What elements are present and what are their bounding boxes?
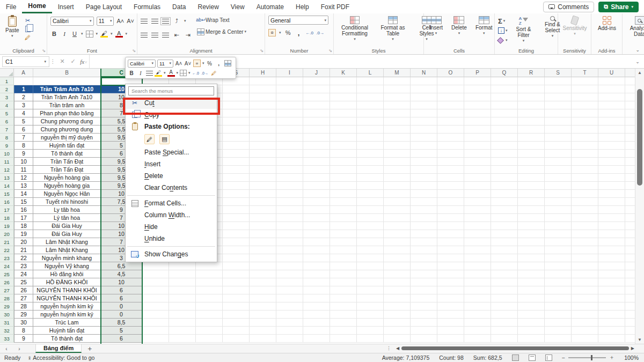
page-layout-view-icon[interactable] — [529, 354, 536, 361]
cell-a25[interactable]: 24 — [14, 270, 33, 278]
merge-center-icon[interactable] — [224, 60, 231, 67]
number-format-select[interactable]: General▾ — [268, 16, 328, 25]
decrease-font-icon[interactable]: A˅ — [184, 60, 192, 67]
menu-search-input[interactable] — [128, 86, 214, 95]
sheet-tab-active[interactable]: Bảng điểm — [35, 344, 82, 353]
format-painter-icon[interactable]: 🖉 — [210, 69, 218, 77]
row-header-6[interactable]: 6 — [0, 117, 14, 125]
column-header-h[interactable]: H — [250, 69, 276, 77]
sheet-prev-icon[interactable]: ‹ — [0, 344, 13, 353]
empty-cells[interactable] — [142, 311, 635, 319]
tab-file[interactable]: File — [0, 0, 22, 13]
cell-a8[interactable]: 7 — [14, 134, 33, 142]
normal-view-icon[interactable] — [512, 354, 519, 361]
row-header-25[interactable]: 25 — [0, 270, 14, 278]
font-dialog-launcher[interactable]: ⇘ — [132, 48, 136, 53]
column-header-t[interactable]: T — [572, 69, 598, 77]
cell-b27[interactable]: NGUYỄN THANH KHÔI — [33, 286, 101, 294]
menu-item-unhide[interactable]: Unhide — [126, 233, 217, 245]
row-header-11[interactable]: 11 — [0, 158, 14, 166]
percent-style-icon[interactable]: % — [206, 60, 214, 67]
cell-a20[interactable]: 19 — [14, 230, 33, 238]
row-header-21[interactable]: 21 — [0, 238, 14, 246]
row-header-13[interactable]: 13 — [0, 174, 14, 182]
menu-item-paste-options[interactable]: Paste Options: — [126, 121, 217, 132]
cut-button[interactable]: ✂ — [24, 17, 32, 24]
share-button[interactable]: ⧉ Share ▾ — [598, 2, 639, 12]
cell-b6[interactable]: Chung phương dung — [33, 117, 101, 125]
addins-button[interactable]: Add-ins — [595, 16, 619, 32]
row-header-23[interactable]: 23 — [0, 254, 14, 262]
wrap-text-button[interactable]: ab↩ Wrap Text — [197, 16, 246, 24]
cell-a33[interactable]: 9 — [14, 335, 33, 343]
menu-item-column-width[interactable]: Column Width... — [126, 209, 217, 221]
cell-a5[interactable]: 4 — [14, 109, 33, 117]
increase-decimal-icon[interactable]: ←.0 — [192, 69, 200, 77]
scroll-down-icon[interactable]: ▼ — [635, 337, 644, 342]
cell-a15[interactable]: 14 — [14, 190, 33, 198]
cell-a9[interactable]: 8 — [14, 142, 33, 150]
tab-home[interactable]: Home — [22, 0, 52, 13]
cell-a11[interactable]: 10 — [14, 158, 33, 166]
row-header-8[interactable]: 8 — [0, 134, 14, 142]
sheet-next-icon[interactable]: › — [13, 344, 26, 353]
zoom-out-icon[interactable]: − — [562, 354, 565, 361]
cell-b17[interactable]: Ly tâb hoa — [33, 206, 101, 214]
cell-b4[interactable]: Trần trâm anh — [33, 101, 101, 109]
empty-cells[interactable] — [142, 270, 635, 278]
empty-cells[interactable] — [142, 286, 635, 294]
cell-c27[interactable]: 6 — [101, 286, 142, 294]
align-bottom-icon[interactable] — [162, 19, 169, 24]
column-header-v[interactable]: V — [625, 69, 635, 77]
delete-cells-button[interactable]: Delete▾ — [449, 16, 469, 36]
cell-a24[interactable]: 23 — [14, 262, 33, 270]
align-left-icon[interactable] — [141, 33, 148, 38]
cell-a7[interactable]: 6 — [14, 125, 33, 134]
cell-b12[interactable]: Trần Tấn Đạt — [33, 166, 101, 174]
row-header-26[interactable]: 26 — [0, 278, 14, 286]
row-header-31[interactable]: 31 — [0, 319, 14, 327]
name-box[interactable]: C1 ▾ — [2, 56, 49, 67]
scroll-up-icon[interactable]: ▲ — [635, 70, 644, 75]
column-header-p[interactable]: P — [464, 69, 491, 77]
paste-keep-formatting-icon[interactable]: 🖉 — [144, 134, 155, 144]
tab-insert[interactable]: Insert — [52, 0, 80, 13]
row-header-24[interactable]: 24 — [0, 262, 14, 270]
cell-b14[interactable]: Nguyễn hoàng gia — [33, 182, 101, 190]
decrease-decimal-icon[interactable]: .0→ — [201, 69, 209, 77]
empty-cells[interactable] — [142, 335, 635, 343]
comments-button[interactable]: Comments — [543, 2, 594, 12]
row-header-4[interactable]: 4 — [0, 101, 14, 109]
menu-item-paste-special[interactable]: Paste Special... — [126, 146, 217, 158]
cell-a3[interactable]: 2 — [14, 93, 33, 101]
accessibility-status[interactable]: 🯅 Accessibility: Good to go — [28, 354, 94, 361]
mini-font-size-select[interactable]: 11▾ — [157, 60, 173, 68]
collapse-ribbon-icon[interactable]: ⌄ — [635, 47, 640, 53]
empty-cells[interactable] — [142, 278, 635, 286]
column-header-q[interactable]: Q — [491, 69, 518, 77]
scroll-right-icon[interactable]: ▶ — [631, 346, 634, 351]
accounting-format-icon[interactable]: ¤ — [268, 29, 276, 36]
font-size-select[interactable]: 11▾ — [97, 17, 114, 26]
row-header-18[interactable]: 18 — [0, 214, 14, 222]
comma-style-icon[interactable]: , — [215, 60, 223, 67]
menu-item-copy[interactable]: Copy — [126, 109, 217, 121]
decrease-decimal-icon[interactable]: .0→ — [317, 29, 324, 36]
column-header-u[interactable]: U — [598, 69, 625, 77]
vertical-scroll-thumb[interactable] — [637, 89, 642, 186]
tab-review[interactable]: Review — [192, 0, 224, 13]
zoom-slider-thumb[interactable] — [591, 355, 592, 360]
cell-a1[interactable] — [14, 77, 33, 85]
italic-button[interactable]: I — [137, 69, 144, 77]
align-middle-icon[interactable] — [151, 19, 158, 24]
cell-a21[interactable]: 20 — [14, 238, 33, 246]
cell-c29[interactable]: 0 — [101, 302, 142, 311]
cancel-icon[interactable]: ✕ — [57, 58, 68, 65]
column-header-j[interactable]: J — [303, 69, 330, 77]
cell-b21[interactable]: Lâm Nhật Khang — [33, 238, 101, 246]
tab-help[interactable]: Help — [290, 0, 315, 13]
font-color-button[interactable]: A — [167, 69, 175, 77]
increase-indent-icon[interactable]: ⇥ — [184, 31, 192, 39]
insert-cells-button[interactable]: Insert▾ — [427, 16, 445, 36]
page-break-view-icon[interactable] — [545, 354, 552, 361]
